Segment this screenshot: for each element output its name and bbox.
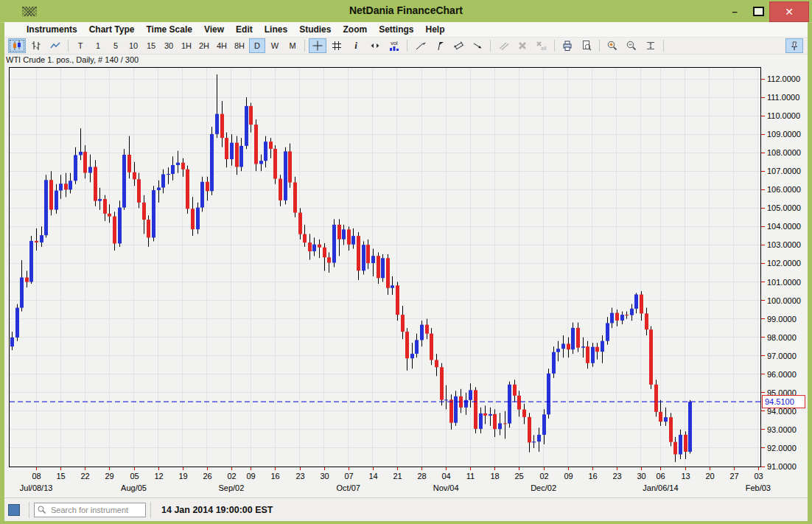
plot-border — [10, 68, 761, 467]
candle — [157, 188, 161, 191]
menu-item-chart-type[interactable]: Chart Type — [83, 24, 141, 35]
y-axis-label: 111.0000 — [767, 93, 799, 102]
candle — [561, 343, 565, 349]
candle — [528, 417, 531, 443]
x-axis-day-label: 03 — [754, 472, 763, 481]
candle — [113, 217, 116, 244]
timeframe-button-w[interactable]: W — [267, 38, 283, 53]
info-button[interactable]: i — [347, 38, 365, 53]
line-chart-button[interactable] — [46, 38, 64, 53]
trend-flag-line-button[interactable] — [430, 38, 448, 53]
candle — [127, 155, 131, 172]
candle — [489, 414, 492, 416]
candle — [430, 334, 433, 360]
timeframe-button-10[interactable]: 10 — [125, 38, 141, 53]
candle — [249, 106, 253, 125]
delete-all-lines-icon: all — [535, 40, 548, 52]
menu-item-zoom[interactable]: Zoom — [337, 24, 373, 35]
chart-page: WTI Crude 1. pos., Daily, # 140 / 300 91… — [4, 55, 808, 497]
candle — [401, 315, 405, 332]
ohlc-bars-button[interactable] — [27, 38, 45, 53]
price-chart[interactable]: 91.000092.000093.000094.000095.000096.00… — [4, 55, 808, 497]
trend-line-button[interactable] — [411, 38, 429, 53]
crosshair-button[interactable] — [309, 38, 326, 53]
y-axis-label: 105.0000 — [767, 203, 801, 212]
timeframe-button-1[interactable]: 1 — [90, 38, 106, 53]
timeframe-button-1h[interactable]: 1H — [178, 38, 195, 53]
zoom-out-button[interactable] — [623, 38, 640, 53]
menu-item-studies[interactable]: Studies — [293, 24, 337, 35]
timeframe-button-5[interactable]: 5 — [108, 38, 124, 53]
candle — [69, 181, 72, 189]
candle — [357, 236, 360, 270]
x-axis-month-label: Dec/02 — [531, 483, 556, 492]
menu-item-lines[interactable]: Lines — [259, 24, 293, 35]
pin-button[interactable] — [785, 38, 803, 53]
print-button[interactable] — [559, 38, 576, 53]
candle — [88, 167, 92, 172]
candle — [118, 208, 122, 244]
x-axis-day-label: 15 — [56, 472, 65, 481]
volume-icon: vol — [388, 40, 401, 52]
candle — [508, 385, 511, 424]
timeframe-button-30[interactable]: 30 — [161, 38, 177, 53]
candle — [440, 367, 444, 399]
menu-item-help[interactable]: Help — [419, 24, 450, 35]
menu-item-view[interactable]: View — [198, 24, 230, 35]
candlestick-chart-button[interactable] — [8, 38, 26, 53]
x-axis-day-label: 08 — [32, 472, 41, 481]
minimize-button[interactable]: – — [725, 2, 744, 20]
timeframe-button-m[interactable]: M — [284, 38, 301, 53]
candle — [230, 143, 234, 159]
arrow-ray-button[interactable] — [469, 38, 486, 53]
timeframe-button-8h[interactable]: 8H — [231, 38, 248, 53]
candle — [620, 315, 624, 321]
volume-button[interactable]: vol — [385, 38, 403, 53]
y-axis-label: 109.0000 — [767, 130, 801, 139]
candle — [556, 349, 560, 352]
edit-lines-button[interactable] — [494, 38, 512, 53]
menu-item-edit[interactable]: Edit — [230, 24, 259, 35]
maximize-button[interactable] — [749, 2, 768, 20]
parallel-lines-button[interactable] — [449, 38, 467, 53]
menu-item-settings[interactable]: Settings — [373, 24, 419, 35]
candle — [284, 151, 287, 200]
candle — [269, 142, 273, 149]
timeframe-button-t[interactable]: T — [72, 38, 88, 53]
timeframe-button-2h[interactable]: 2H — [196, 38, 212, 53]
candle — [215, 114, 219, 134]
candle — [323, 248, 326, 258]
candle — [147, 220, 150, 237]
toolbar-separator — [304, 40, 305, 52]
title-bar: NetDania FinanceChart – ✕ — [0, 0, 812, 23]
delete-line-button[interactable] — [514, 38, 531, 53]
x-axis-day-label: 20 — [705, 472, 714, 481]
y-axis-label: 98.0000 — [767, 333, 797, 342]
menu-item-time-scale[interactable]: Time Scale — [140, 24, 197, 35]
chart-instrument-label: WTI Crude 1. pos., Daily, # 140 / 300 — [6, 55, 139, 64]
x-axis-day-label: 16 — [270, 472, 279, 481]
grid-button[interactable] — [328, 38, 346, 53]
candle — [625, 315, 629, 315]
timeframe-button-15[interactable]: 15 — [143, 38, 159, 53]
fit-scale-icon — [645, 40, 657, 52]
candle — [362, 245, 365, 270]
candle — [83, 152, 87, 173]
timeframe-button-d[interactable]: D — [249, 38, 265, 53]
zoom-in-button[interactable] — [603, 38, 621, 53]
candle — [176, 163, 180, 165]
timeframe-button-4h[interactable]: 4H — [214, 38, 230, 53]
candle — [167, 174, 170, 175]
candle — [152, 190, 155, 237]
candle — [571, 328, 575, 349]
candle — [25, 278, 29, 282]
fit-scale-button[interactable] — [642, 38, 659, 53]
horizontal-pan-button[interactable] — [366, 38, 384, 53]
candle — [645, 313, 648, 329]
ohlc-bars-icon — [30, 40, 42, 52]
delete-all-lines-button[interactable]: all — [533, 38, 550, 53]
print-preview-button[interactable] — [578, 38, 595, 53]
search-input[interactable] — [34, 503, 146, 517]
menu-item-instruments[interactable]: Instruments — [21, 24, 83, 35]
close-button[interactable]: ✕ — [769, 1, 809, 22]
